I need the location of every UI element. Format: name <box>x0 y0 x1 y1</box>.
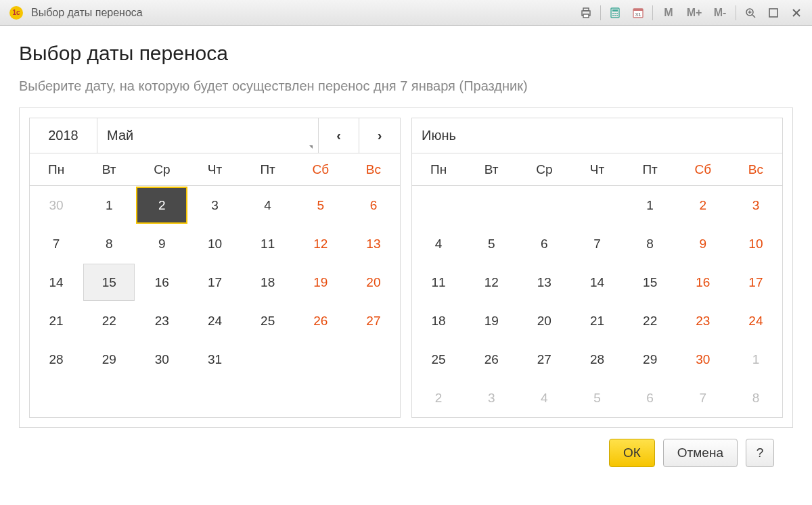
calendar-day[interactable]: 1 <box>83 187 135 224</box>
calendar-day[interactable]: 4 <box>242 187 294 224</box>
calendar-day[interactable]: 11 <box>413 264 464 301</box>
calendar-day[interactable]: 13 <box>518 264 570 301</box>
calendar-day[interactable]: 5 <box>571 379 623 416</box>
memory-m-button[interactable]: M <box>658 4 679 22</box>
year-selector[interactable]: 2018 <box>30 118 97 153</box>
calendar-day[interactable]: 3 <box>189 187 240 224</box>
calendar-day[interactable]: 2 <box>677 187 729 224</box>
print-icon[interactable] <box>577 4 595 22</box>
calendar-day[interactable]: 7 <box>677 379 729 416</box>
day-of-week-header: Пт <box>242 153 294 186</box>
calendar-day[interactable]: 10 <box>730 225 782 262</box>
content-area: Выбор даты переноса Выберите дату, на ко… <box>0 26 812 479</box>
calendar-day-empty <box>413 187 464 224</box>
calendar-day[interactable]: 23 <box>677 302 729 339</box>
memory-mplus-button[interactable]: M+ <box>684 4 704 22</box>
calendar-day[interactable]: 31 <box>189 341 240 378</box>
calculator-icon[interactable] <box>606 4 624 22</box>
calendar-day[interactable]: 20 <box>518 302 570 339</box>
ok-button[interactable]: ОК <box>609 439 655 467</box>
calendar-day[interactable]: 18 <box>242 264 294 301</box>
memory-mminus-button[interactable]: M- <box>710 4 730 22</box>
calendar-day[interactable]: 7 <box>571 225 623 262</box>
calendar-day[interactable]: 1 <box>730 341 782 378</box>
calendar-day[interactable]: 1 <box>625 187 676 224</box>
day-of-week-header: Чт <box>570 153 623 186</box>
svg-rect-4 <box>612 9 618 11</box>
calendar-day[interactable]: 29 <box>83 341 135 378</box>
calendar-day[interactable]: 13 <box>348 225 399 262</box>
calendar-day[interactable]: 6 <box>348 187 399 224</box>
calendar-day[interactable]: 17 <box>730 264 782 301</box>
svg-rect-18 <box>769 9 777 17</box>
calendar-day[interactable]: 23 <box>136 302 187 339</box>
calendar-day[interactable]: 8 <box>625 225 676 262</box>
calendar-day[interactable]: 3 <box>730 187 782 224</box>
svg-rect-2 <box>583 14 589 18</box>
calendar-day[interactable]: 11 <box>242 225 294 262</box>
calendar-day[interactable]: 25 <box>413 341 464 378</box>
calendar-day[interactable]: 25 <box>242 302 294 339</box>
calendar-day[interactable]: 14 <box>30 264 82 301</box>
calendar-day[interactable]: 19 <box>466 302 517 339</box>
calendar-day[interactable]: 16 <box>677 264 729 301</box>
next-month-button[interactable]: › <box>359 118 400 153</box>
zoom-icon[interactable] <box>742 4 759 22</box>
calendar-day[interactable]: 21 <box>30 302 82 339</box>
calendar-day[interactable]: 10 <box>189 225 240 262</box>
calendar-day[interactable]: 18 <box>413 302 464 339</box>
calendar-day[interactable]: 14 <box>571 264 623 301</box>
cancel-button[interactable]: Отмена <box>663 439 738 467</box>
calendar-day[interactable]: 5 <box>295 187 346 224</box>
calendar-day[interactable]: 4 <box>413 225 464 262</box>
instruction-text: Выберите дату, на которую будет осуществ… <box>19 78 793 94</box>
calendar-day[interactable]: 28 <box>30 341 82 378</box>
calendar-day[interactable]: 3 <box>466 379 517 416</box>
calendar-day[interactable]: 21 <box>571 302 623 339</box>
calendar-day[interactable]: 7 <box>30 225 82 262</box>
calendar-day[interactable]: 2 <box>413 379 464 416</box>
calendar-day[interactable]: 28 <box>571 341 623 378</box>
maximize-icon[interactable] <box>765 4 782 22</box>
calendar-day[interactable]: 9 <box>677 225 729 262</box>
calendar-day[interactable]: 30 <box>677 341 729 378</box>
calendar-day[interactable]: 22 <box>83 302 135 339</box>
calendar-day[interactable]: 27 <box>348 302 399 339</box>
calendar-icon[interactable]: 31 <box>629 4 647 22</box>
calendar-day[interactable]: 27 <box>518 341 570 378</box>
month-label: Июнь <box>412 118 782 153</box>
calendar-day[interactable]: 5 <box>466 225 517 262</box>
calendar-day[interactable]: 4 <box>518 379 570 416</box>
calendar-day[interactable]: 17 <box>189 264 240 301</box>
calendar-day[interactable]: 6 <box>518 225 570 262</box>
day-of-week-header: Пн <box>30 153 83 186</box>
calendar-day[interactable]: 29 <box>625 341 676 378</box>
calendar-day[interactable]: 22 <box>625 302 676 339</box>
calendar-day[interactable]: 26 <box>466 341 517 378</box>
calendar-day[interactable]: 16 <box>136 264 187 301</box>
calendar-day-empty <box>466 187 517 224</box>
help-button[interactable]: ? <box>746 439 774 467</box>
calendar-day[interactable]: 2 <box>136 187 187 224</box>
calendar-header: 2018 Май ‹ › <box>30 118 400 153</box>
calendar-day[interactable]: 24 <box>730 302 782 339</box>
calendar-day[interactable]: 19 <box>295 264 346 301</box>
calendar-day[interactable]: 6 <box>625 379 676 416</box>
calendar-day[interactable]: 24 <box>189 302 240 339</box>
calendar-day[interactable]: 30 <box>136 341 187 378</box>
prev-month-button[interactable]: ‹ <box>319 118 359 153</box>
calendar-day[interactable]: 15 <box>625 264 676 301</box>
month-label: Май <box>107 128 133 143</box>
window-title: Выбор даты переноса <box>31 7 577 19</box>
calendar-day[interactable]: 15 <box>83 264 135 301</box>
calendar-day[interactable]: 30 <box>30 187 82 224</box>
calendar-day[interactable]: 9 <box>136 225 187 262</box>
calendar-day[interactable]: 20 <box>348 264 399 301</box>
close-icon[interactable] <box>788 4 805 22</box>
calendar-day[interactable]: 12 <box>466 264 517 301</box>
calendar-day[interactable]: 12 <box>295 225 346 262</box>
month-selector[interactable]: Май <box>97 118 319 153</box>
calendar-day[interactable]: 8 <box>83 225 135 262</box>
calendar-day[interactable]: 26 <box>295 302 346 339</box>
calendar-day[interactable]: 8 <box>730 379 782 416</box>
